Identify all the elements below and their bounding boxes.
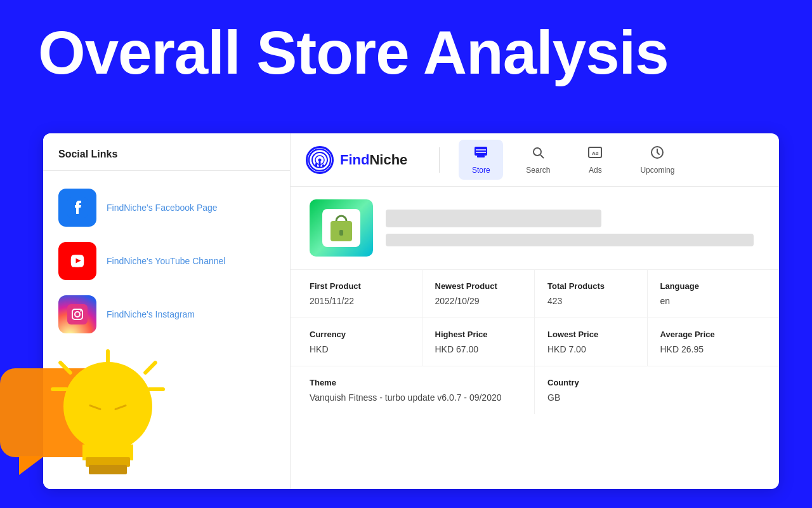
content-area: FindNiche Store — [291, 133, 779, 489]
newest-product-value: 2022/10/29 — [435, 296, 522, 306]
stat-theme: Theme Vanquish Fitness - turbo update v6… — [310, 366, 535, 414]
stat-language: Language en — [648, 270, 761, 318]
lowest-price-label: Lowest Price — [547, 330, 634, 339]
nav-item-store[interactable]: Store — [459, 140, 503, 180]
nav-item-upcoming[interactable]: Upcoming — [630, 140, 684, 180]
nav-divider — [439, 147, 440, 173]
newest-product-label: Newest Product — [435, 281, 522, 291]
upcoming-nav-label: Upcoming — [640, 166, 674, 175]
svg-rect-11 — [319, 161, 321, 167]
bubble-1-tail — [19, 456, 44, 475]
svg-rect-10 — [315, 163, 317, 167]
language-value: en — [660, 296, 748, 306]
stat-lowest-price: Lowest Price HKD 7.00 — [535, 318, 648, 366]
highest-price-label: Highest Price — [435, 330, 522, 339]
search-nav-label: Search — [526, 166, 550, 175]
ads-nav-label: Ads — [589, 166, 602, 175]
svg-rect-21 — [339, 230, 343, 236]
svg-rect-2 — [67, 304, 88, 324]
country-value: GB — [547, 392, 760, 403]
svg-text:Ad: Ad — [592, 150, 599, 156]
instagram-icon — [58, 295, 96, 333]
lowest-price-value: HKD 7.00 — [547, 344, 634, 354]
stat-currency: Currency HKD — [310, 318, 422, 366]
store-icon — [473, 145, 488, 163]
svg-point-15 — [534, 148, 541, 156]
store-logo-box — [310, 199, 373, 257]
main-card: Social Links FindNiche's Facebook Page F… — [43, 133, 779, 489]
store-url-placeholder — [386, 234, 754, 246]
total-products-label: Total Products — [547, 281, 634, 291]
language-label: Language — [660, 281, 748, 291]
facebook-icon — [58, 189, 96, 227]
stat-newest-product: Newest Product 2022/10/29 — [422, 270, 535, 318]
store-info — [386, 210, 760, 246]
page-title: Overall Store Analysis — [0, 0, 812, 99]
sidebar-title: Social Links — [43, 149, 290, 171]
stat-first-product: First Product 2015/11/22 — [310, 270, 422, 318]
shopify-logo — [322, 209, 360, 247]
logo-text: FindNiche — [340, 152, 407, 168]
logo-icon — [306, 146, 334, 174]
search-icon — [530, 145, 546, 163]
upcoming-icon — [650, 145, 665, 163]
nav-item-ads[interactable]: Ad Ads — [573, 140, 617, 180]
svg-line-16 — [540, 155, 544, 158]
ads-icon: Ad — [587, 145, 603, 163]
sidebar-item-facebook[interactable]: FindNiche's Facebook Page — [43, 181, 290, 234]
sidebar-item-instagram[interactable]: FindNiche's Instagram — [43, 288, 290, 341]
svg-point-5 — [80, 310, 81, 311]
total-products-value: 423 — [547, 296, 634, 306]
stat-total-products: Total Products 423 — [535, 270, 648, 318]
youtube-icon — [58, 242, 96, 280]
instagram-link-text[interactable]: FindNiche's Instagram — [107, 309, 195, 319]
theme-value: Vanquish Fitness - turbo update v6.0.7 -… — [310, 392, 521, 403]
currency-value: HKD — [310, 344, 409, 354]
nav-logo: FindNiche — [306, 146, 407, 174]
svg-rect-14 — [477, 156, 485, 157]
svg-rect-1 — [67, 251, 88, 271]
currency-label: Currency — [310, 330, 409, 339]
svg-rect-13 — [475, 147, 487, 156]
theme-label: Theme — [310, 378, 521, 387]
nav-item-search[interactable]: Search — [516, 140, 560, 180]
country-label: Country — [547, 378, 760, 387]
sidebar: Social Links FindNiche's Facebook Page F… — [43, 133, 291, 489]
top-nav: FindNiche Store — [291, 133, 779, 187]
first-product-value: 2015/11/22 — [310, 296, 409, 306]
stat-average-price: Average Price HKD 26.95 — [648, 318, 761, 366]
svg-rect-12 — [322, 164, 324, 167]
theme-row: Theme Vanquish Fitness - turbo update v6… — [291, 366, 779, 414]
store-name-placeholder — [386, 210, 601, 227]
first-product-label: First Product — [310, 281, 409, 291]
svg-point-9 — [318, 158, 322, 161]
average-price-value: HKD 26.95 — [660, 344, 748, 354]
stat-country: Country GB — [535, 366, 760, 414]
stats-row-2: Currency HKD Highest Price HKD 67.00 Low… — [291, 318, 779, 366]
facebook-link-text[interactable]: FindNiche's Facebook Page — [107, 203, 218, 213]
highest-price-value: HKD 67.00 — [435, 344, 522, 354]
store-header — [291, 187, 779, 269]
store-nav-label: Store — [472, 166, 490, 175]
youtube-link-text[interactable]: FindNiche's YouTube Channel — [107, 256, 225, 266]
stat-highest-price: Highest Price HKD 67.00 — [422, 318, 535, 366]
stats-row-1: First Product 2015/11/22 Newest Product … — [291, 269, 779, 318]
sidebar-item-youtube[interactable]: FindNiche's YouTube Channel — [43, 234, 290, 288]
average-price-label: Average Price — [660, 330, 748, 339]
